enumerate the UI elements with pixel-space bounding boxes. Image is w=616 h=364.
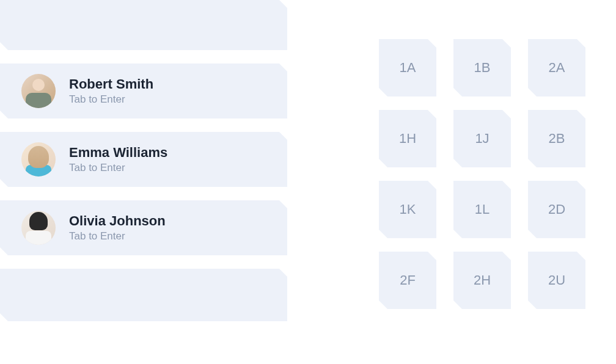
grid-item[interactable]: 1B	[453, 39, 511, 96]
grid-item[interactable]: 1A	[379, 39, 436, 96]
grid-item[interactable]: 2D	[528, 181, 585, 238]
grid-item[interactable]: 1H	[379, 110, 436, 167]
avatar	[21, 74, 56, 108]
grid-item[interactable]: 2H	[453, 252, 511, 309]
person-card[interactable]: Olivia Johnson Tab to Enter	[0, 200, 287, 255]
person-name: Robert Smith	[69, 76, 153, 92]
person-info: Robert Smith Tab to Enter	[69, 76, 153, 106]
grid-item[interactable]: 1K	[379, 181, 436, 238]
avatar	[21, 211, 56, 245]
avatar	[21, 142, 56, 177]
person-name: Olivia Johnson	[69, 213, 166, 229]
grid-item[interactable]: 2B	[528, 110, 585, 167]
grid-item[interactable]: 1L	[453, 181, 511, 238]
empty-card-bottom	[0, 269, 287, 321]
person-name: Emma Williams	[69, 145, 167, 161]
selection-grid: 1A 1B 2A 1H 1J 2B 1K 1L 2D 2F 2H 2U	[379, 39, 585, 309]
person-card[interactable]: Robert Smith Tab to Enter	[0, 64, 287, 118]
grid-item[interactable]: 2F	[379, 252, 436, 309]
person-hint: Tab to Enter	[69, 162, 167, 174]
person-hint: Tab to Enter	[69, 230, 166, 242]
person-info: Olivia Johnson Tab to Enter	[69, 213, 166, 242]
grid-item[interactable]: 2A	[528, 39, 585, 96]
person-card[interactable]: Emma Williams Tab to Enter	[0, 132, 287, 187]
empty-card-top	[0, 0, 287, 50]
people-list: Robert Smith Tab to Enter Emma Williams …	[0, 0, 299, 364]
grid-item[interactable]: 2U	[528, 252, 585, 309]
person-hint: Tab to Enter	[69, 93, 153, 106]
grid-item[interactable]: 1J	[453, 110, 511, 167]
person-info: Emma Williams Tab to Enter	[69, 145, 167, 174]
grid-panel: 1A 1B 2A 1H 1J 2B 1K 1L 2D 2F 2H 2U	[299, 0, 585, 364]
